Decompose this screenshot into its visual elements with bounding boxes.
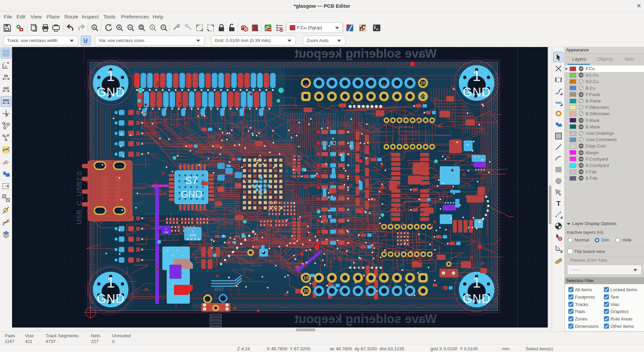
svg-text:A: A [93,26,96,29]
svg-text:T: T [556,200,560,207]
svg-text:r: r [4,61,5,64]
svg-text:S7: S7 [185,175,198,186]
svg-text:GND: GND [181,189,202,200]
svg-text:RST: RST [215,287,224,292]
svg-text:USB_C_USB2.0: USB_C_USB2.0 [75,171,83,224]
svg-text:1: 1 [107,274,115,291]
svg-text:GND: GND [97,85,125,99]
svg-text:1: 1 [473,274,481,291]
svg-text:J4: J4 [253,236,258,241]
svg-text:1: 1 [165,227,167,230]
svg-text:20: 20 [420,80,426,86]
svg-text:1: 1 [107,68,115,84]
svg-text:in: in [4,74,8,78]
svg-text:+5V: +5V [164,231,169,234]
svg-text:Wave soldering keepout: Wave soldering keepout [294,47,437,60]
svg-text:GND: GND [190,233,197,237]
svg-text:19: 19 [420,93,426,99]
svg-text:GND: GND [463,85,491,99]
svg-text:2: 2 [192,230,194,233]
svg-text:mil: mil [3,86,9,90]
svg-text:θ: θ [5,64,7,68]
svg-text:mm: mm [3,98,9,102]
svg-text:GND: GND [463,292,491,306]
svg-text:GND: GND [97,292,125,306]
svg-text:1: 1 [473,68,481,84]
svg-text:19: 19 [303,275,309,280]
svg-text:Wave soldering keepout: Wave soldering keepout [294,312,437,326]
svg-text:20: 20 [303,288,309,294]
